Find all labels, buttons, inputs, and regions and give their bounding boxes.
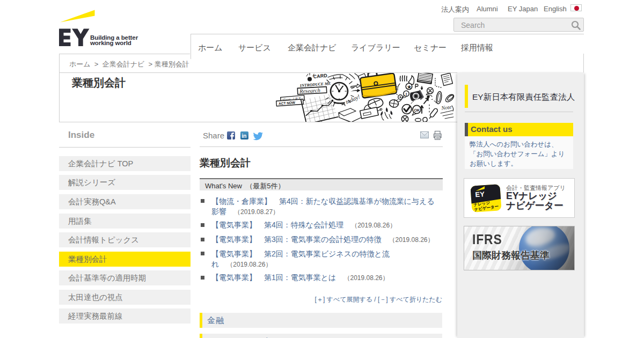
svg-text:Note: Note — [441, 104, 452, 111]
svg-text:!: ! — [405, 92, 407, 97]
svg-text:in: in — [241, 133, 246, 139]
svg-text:★: ★ — [407, 84, 412, 90]
svg-text:CARD: CARD — [313, 73, 327, 79]
svg-text:OK: OK — [414, 108, 420, 113]
svg-text:Research: Research — [299, 87, 320, 94]
